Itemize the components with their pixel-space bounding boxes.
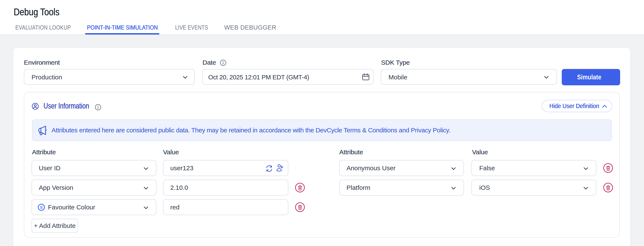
svg-text:S: S: [40, 205, 43, 209]
